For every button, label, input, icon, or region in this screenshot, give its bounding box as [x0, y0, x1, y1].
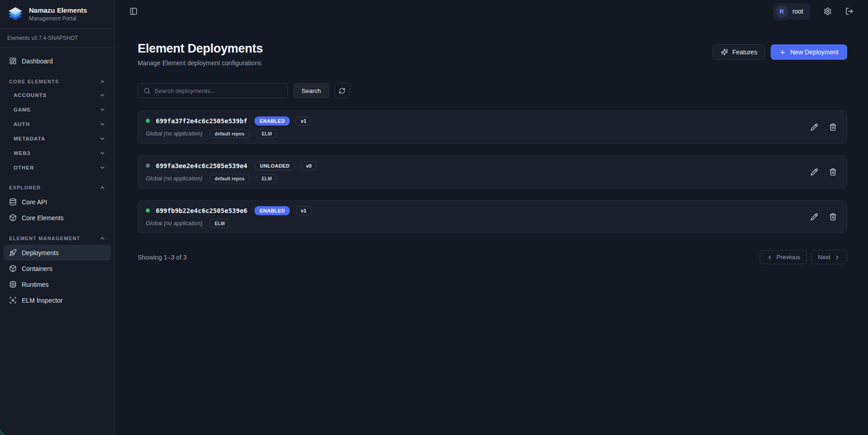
username: root: [792, 8, 803, 15]
sidebar-item-label: OTHER: [14, 165, 34, 170]
deployment-list: 699fa37f2e4c6c2505e539bf ENABLED v1 Glob…: [138, 111, 847, 233]
section-label: ELEMENT MANAGEMENT: [9, 236, 80, 241]
app-window: Namazu Elements Management Portal Elemen…: [0, 0, 868, 435]
delete-deployment-button[interactable]: [829, 213, 837, 221]
box-icon: [9, 265, 17, 272]
status-badge: ENABLED: [254, 116, 290, 126]
refresh-button[interactable]: [335, 83, 350, 98]
tag-badge: default repos: [210, 129, 249, 138]
status-badge: ENABLED: [254, 206, 290, 215]
sidebar-item-label: WEB3: [14, 150, 30, 156]
pencil-icon: [810, 123, 818, 131]
package-icon: [9, 214, 17, 222]
sidebar-item-core-elements[interactable]: Core Elements: [4, 210, 111, 226]
pagination: Previous Next: [760, 250, 847, 264]
deployment-scope: Global (no application): [146, 220, 202, 227]
avatar: R: [776, 5, 788, 18]
sidebar-nav: Dashboard CORE ELEMENTS ACCOUNTS GAME AU…: [0, 48, 115, 308]
cpu-icon: [9, 280, 17, 288]
sidebar-item-label: GAME: [14, 107, 31, 112]
deployment-scope: Global (no application): [146, 175, 202, 182]
logout-button[interactable]: [845, 7, 854, 15]
sidebar-item-game[interactable]: GAME: [4, 102, 111, 117]
tag-badge: ELM: [210, 219, 230, 228]
sidebar-item-other[interactable]: OTHER: [4, 160, 111, 175]
status-dot: [146, 119, 150, 123]
section-explorer[interactable]: EXPLORER: [4, 180, 111, 194]
trash-icon: [829, 123, 837, 131]
sidebar-item-label: METADATA: [14, 136, 45, 141]
sidebar-item-elm-inspector[interactable]: ELM Inspector: [4, 292, 111, 308]
settings-button[interactable]: [824, 7, 832, 15]
gear-icon: [824, 7, 832, 15]
section-label: CORE ELEMENTS: [9, 79, 59, 84]
search-input[interactable]: [154, 87, 282, 94]
chevron-down-icon: [99, 121, 106, 127]
tag-badge: default repos: [210, 174, 249, 183]
edit-deployment-button[interactable]: [810, 213, 818, 221]
version-badge: v0: [301, 161, 317, 170]
new-deployment-button[interactable]: New Deployment: [771, 44, 847, 60]
sidebar-item-core-api[interactable]: Core API: [4, 194, 111, 210]
database-icon: [9, 198, 17, 206]
page-subtitle: Manage Element deployment configurations: [138, 59, 263, 67]
deployment-id: 699fb9b22e4c6c2505e539e6: [156, 207, 247, 214]
chevron-up-icon: [99, 78, 106, 85]
sidebar-item-label: Deployments: [22, 249, 59, 256]
search-button[interactable]: Search: [293, 83, 330, 98]
pencil-icon: [810, 168, 818, 176]
edit-deployment-button[interactable]: [810, 123, 818, 131]
deployment-card: 699fb9b22e4c6c2505e539e6 ENABLED v1 Glob…: [138, 200, 847, 233]
layers-logo-icon: [7, 6, 24, 22]
sidebar-toggle-button[interactable]: [129, 7, 138, 15]
page-content: Element Deployments Manage Element deplo…: [115, 23, 868, 435]
deployment-card: 699fa37f2e4c6c2505e539bf ENABLED v1 Glob…: [138, 111, 847, 144]
app-title: Namazu Elements: [29, 6, 87, 15]
search-icon: [144, 87, 150, 94]
chevron-down-icon: [99, 135, 106, 142]
sidebar-item-runtimes[interactable]: Runtimes: [4, 276, 111, 292]
sparkles-icon: [721, 48, 728, 56]
section-label: EXPLORER: [9, 185, 41, 190]
deployment-card: 699fa3ee2e4c6c2505e539e4 UNLOADED v0 Glo…: [138, 155, 847, 188]
section-core-elements[interactable]: CORE ELEMENTS: [4, 74, 111, 88]
sidebar-item-auth[interactable]: AUTH: [4, 117, 111, 131]
previous-page-button[interactable]: Previous: [760, 250, 807, 264]
sidebar-item-web3[interactable]: WEB3: [4, 146, 111, 160]
status-badge: UNLOADED: [254, 161, 295, 170]
version-badge: v1: [296, 206, 311, 215]
logout-icon: [845, 7, 854, 15]
scan-search-icon: [9, 296, 17, 304]
sidebar-item-deployments[interactable]: Deployments: [4, 245, 111, 261]
trash-icon: [829, 213, 837, 221]
plus-icon: [779, 49, 786, 56]
chevron-down-icon: [99, 92, 106, 98]
sidebar-item-dashboard[interactable]: Dashboard: [4, 53, 111, 69]
sidebar-item-label: Containers: [22, 265, 53, 272]
sidebar-item-metadata[interactable]: METADATA: [4, 131, 111, 146]
sidebar-item-label: AUTH: [14, 121, 30, 127]
edit-deployment-button[interactable]: [810, 168, 818, 176]
next-page-button[interactable]: Next: [811, 250, 847, 264]
chevron-up-icon: [99, 235, 106, 242]
delete-deployment-button[interactable]: [829, 168, 837, 176]
app-tagline: Management Portal: [29, 15, 87, 22]
sidebar-item-containers[interactable]: Containers: [4, 261, 111, 276]
features-button[interactable]: Features: [713, 44, 765, 60]
sidebar-item-label: Core Elements: [22, 214, 64, 222]
panel-left-icon: [129, 7, 138, 15]
rocket-icon: [9, 249, 17, 256]
sidebar-item-label: ACCOUNTS: [14, 92, 47, 98]
user-menu[interactable]: R root: [773, 3, 810, 20]
chevron-down-icon: [99, 164, 106, 171]
trash-icon: [829, 168, 837, 176]
sidebar-item-accounts[interactable]: ACCOUNTS: [4, 88, 111, 102]
brand: Namazu Elements Management Portal: [0, 0, 115, 29]
main-area: R root Element Deployments: [115, 0, 868, 435]
version-badge: v1: [296, 116, 311, 126]
deployment-scope: Global (no application): [146, 130, 202, 137]
chevron-right-icon: [834, 254, 840, 261]
delete-deployment-button[interactable]: [829, 123, 837, 131]
section-element-management[interactable]: ELEMENT MANAGEMENT: [4, 231, 111, 245]
tag-badge: ELM: [257, 174, 277, 183]
